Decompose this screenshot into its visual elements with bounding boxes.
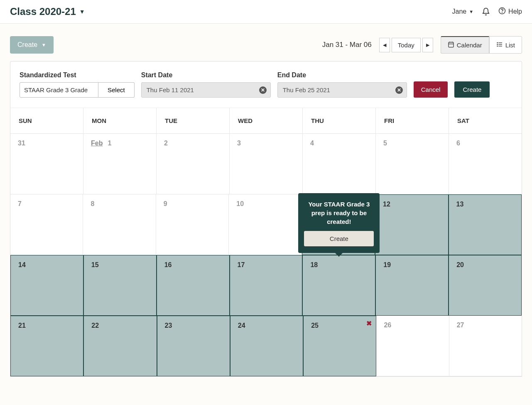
help-label: Help xyxy=(508,8,522,15)
svg-rect-2 xyxy=(449,42,454,47)
calendar-icon xyxy=(448,41,454,49)
day-number: 17 xyxy=(238,261,245,268)
select-button[interactable]: Select xyxy=(98,82,135,98)
calendar-cell[interactable]: 20 xyxy=(449,255,522,316)
calendar-cell[interactable]: 25✖ xyxy=(303,316,376,376)
class-selector[interactable]: Class 2020-21 ▼ xyxy=(10,6,85,17)
day-number: 1 xyxy=(108,140,111,147)
calendar-row: 1415161718Your STAAR Grade 3 prep is rea… xyxy=(10,255,522,316)
calendar-cell[interactable]: 19 xyxy=(375,255,449,316)
calendar-cell[interactable]: 16 xyxy=(157,255,230,316)
clear-end-icon[interactable]: ✕ xyxy=(395,86,403,94)
calendar-cell[interactable]: 12 xyxy=(375,194,448,255)
svg-point-11 xyxy=(497,46,498,46)
clear-start-icon[interactable]: ✕ xyxy=(259,86,267,94)
day-number: 16 xyxy=(164,261,172,268)
end-date-input[interactable] xyxy=(277,82,407,98)
calendar-view-button[interactable]: Calendar xyxy=(441,36,489,54)
topbar-right: Jane ▼ Help xyxy=(452,7,522,16)
calendar-cell[interactable]: 4 xyxy=(303,134,376,194)
end-date-label: End Date xyxy=(277,71,407,79)
day-number: 20 xyxy=(456,261,464,268)
calendar-cell[interactable]: 27 xyxy=(449,316,522,376)
calendar: SUNMONTUEWEDTHUFRISAT 31Feb1234567891011… xyxy=(10,108,522,377)
day-number: 18 xyxy=(310,261,318,268)
day-number: 8 xyxy=(91,200,94,207)
calendar-cell[interactable]: 6 xyxy=(449,134,522,194)
day-number: 9 xyxy=(164,200,167,207)
day-number: 7 xyxy=(18,200,22,207)
next-button[interactable]: ▶ xyxy=(422,38,433,52)
calendar-cell[interactable]: 22 xyxy=(83,316,157,376)
calendar-cell[interactable]: 23 xyxy=(157,316,230,376)
calendar-header-cell: FRI xyxy=(376,108,449,133)
start-date-input[interactable] xyxy=(141,82,271,98)
day-number: 15 xyxy=(91,261,99,268)
calendar-cell[interactable]: 10 xyxy=(229,194,302,255)
popover-create-button[interactable]: Create xyxy=(304,231,374,246)
day-number: 3 xyxy=(237,140,241,147)
create-button[interactable]: Create ▼ xyxy=(10,36,54,54)
caret-down-icon: ▼ xyxy=(42,42,46,47)
calendar-cell[interactable]: Feb1 xyxy=(83,134,157,194)
bell-icon[interactable] xyxy=(482,7,490,16)
calendar-header-cell: WED xyxy=(230,108,303,133)
list-icon xyxy=(496,41,503,49)
calendar-cell[interactable]: 24 xyxy=(230,316,303,376)
calendar-cell[interactable]: 26 xyxy=(376,316,449,376)
test-input[interactable] xyxy=(20,82,98,98)
calendar-cell[interactable]: 5 xyxy=(376,134,449,194)
user-menu[interactable]: Jane ▼ xyxy=(452,8,474,15)
create-popover: Your STAAR Grade 3 prep is ready to be c… xyxy=(298,193,380,253)
calendar-header-cell: SUN xyxy=(10,108,83,133)
user-name: Jane xyxy=(452,8,467,15)
calendar-cell[interactable]: 17 xyxy=(230,255,303,316)
calendar-header-row: SUNMONTUEWEDTHUFRISAT xyxy=(10,108,522,134)
svg-point-9 xyxy=(497,42,498,43)
caret-down-icon: ▼ xyxy=(469,9,473,14)
view-toggle: Calendar List xyxy=(441,36,522,54)
calendar-cell[interactable]: 2 xyxy=(157,134,230,194)
date-nav: ◀ Today ▶ xyxy=(379,38,433,52)
calendar-cell[interactable]: 8 xyxy=(83,194,156,255)
form-create-button[interactable]: Create xyxy=(454,81,490,98)
calendar-header-cell: TUE xyxy=(157,108,230,133)
day-number: 25 xyxy=(311,322,319,329)
prev-button[interactable]: ◀ xyxy=(379,38,390,52)
day-number: 14 xyxy=(18,261,26,268)
toolbar: Create ▼ Jan 31 - Mar 06 ◀ Today ▶ Calen… xyxy=(0,24,532,61)
day-number: 26 xyxy=(384,322,391,329)
calendar-cell[interactable]: 15 xyxy=(83,255,157,316)
calendar-cell[interactable]: 31 xyxy=(10,134,83,194)
day-number: 13 xyxy=(456,201,464,208)
test-group: Standardized Test Select xyxy=(20,71,135,98)
today-button[interactable]: Today xyxy=(392,38,421,52)
date-range: Jan 31 - Mar 06 xyxy=(322,41,372,49)
close-icon[interactable]: ✖ xyxy=(366,319,372,327)
calendar-row: 2122232425✖2627 xyxy=(10,316,522,376)
calendar-cell[interactable]: 7 xyxy=(10,194,83,255)
test-label: Standardized Test xyxy=(20,71,135,79)
calendar-header-cell: SAT xyxy=(449,108,522,133)
calendar-cell[interactable]: 3 xyxy=(230,134,303,194)
start-date-group: Start Date ✕ xyxy=(141,71,271,98)
calendar-header-cell: MON xyxy=(83,108,157,133)
help-link[interactable]: Help xyxy=(498,7,522,16)
cancel-button[interactable]: Cancel xyxy=(414,81,448,98)
calendar-cell[interactable]: 18Your STAAR Grade 3 prep is ready to be… xyxy=(302,255,375,316)
svg-point-1 xyxy=(502,12,503,12)
calendar-row: 78910111213 xyxy=(10,194,522,255)
day-number: 24 xyxy=(238,322,245,329)
calendar-cell[interactable]: 9 xyxy=(156,194,229,255)
day-number: 10 xyxy=(236,200,244,207)
day-number: 4 xyxy=(310,140,314,147)
calendar-cell[interactable]: 21 xyxy=(10,316,83,376)
day-number: 19 xyxy=(383,261,391,268)
calendar-cell[interactable]: 13 xyxy=(449,194,522,255)
caret-down-icon: ▼ xyxy=(79,8,85,15)
svg-point-10 xyxy=(497,44,498,44)
calendar-cell[interactable]: 14 xyxy=(10,255,83,316)
month-label: Feb xyxy=(91,140,103,147)
list-view-button[interactable]: List xyxy=(489,36,522,54)
popover-text: Your STAAR Grade 3 prep is ready to be c… xyxy=(304,200,374,226)
